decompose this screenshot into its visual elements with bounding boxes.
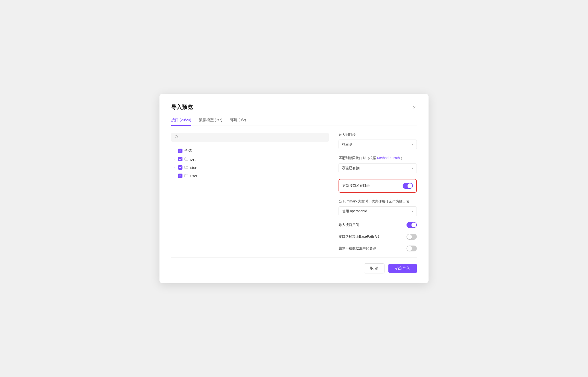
- label-store: store: [190, 165, 198, 170]
- tree-row-store: › store: [171, 164, 329, 171]
- cancel-button[interactable]: 取 消: [364, 263, 384, 273]
- update-dir-row: 更新接口所在目录: [339, 179, 417, 193]
- summary-chevron-icon: ▾: [412, 210, 413, 213]
- chevron-down-icon: ▾: [412, 143, 413, 146]
- summary-desc: 当 summary 为空时，优先使用什么作为接口名: [339, 199, 417, 204]
- tree-item-store: › store: [171, 164, 329, 171]
- confirm-button[interactable]: 确定导入: [388, 264, 417, 273]
- summary-select[interactable]: 使用 operationId ▾: [339, 206, 417, 216]
- checkbox-user[interactable]: [178, 174, 182, 178]
- dialog-title: 导入预览: [171, 104, 193, 111]
- svg-line-1: [177, 138, 178, 139]
- import-example-toggle[interactable]: [407, 222, 417, 228]
- import-dir-select[interactable]: 根目录 ▾: [339, 140, 417, 149]
- select-all-row: 全选: [171, 147, 329, 154]
- match-highlight: Method & Path: [377, 156, 400, 160]
- dialog-header: 导入预览 ×: [171, 104, 417, 111]
- expand-icon-store[interactable]: ›: [172, 165, 176, 169]
- expand-icon-user[interactable]: ›: [172, 174, 176, 178]
- dialog-footer: 取 消 确定导入: [171, 257, 417, 273]
- delete-label: 删除不在数据源中的资源: [339, 246, 376, 251]
- import-preview-dialog: 导入预览 × 接口 (20/20) 数据模型 (7/7) 环境 (0/2): [159, 94, 429, 283]
- label-user: user: [190, 174, 197, 178]
- basepath-row: 接口路径加上BasePath /v2: [339, 234, 417, 240]
- folder-icon-pet: [184, 157, 188, 161]
- match-chevron-icon: ▾: [412, 166, 413, 170]
- tab-bar: 接口 (20/20) 数据模型 (7/7) 环境 (0/2): [171, 118, 417, 126]
- match-action-select[interactable]: 覆盖已有接口 ▾: [339, 163, 417, 173]
- folder-icon-store: [184, 165, 188, 170]
- search-icon: [175, 135, 178, 140]
- import-dir-label: 导入到目录: [339, 133, 417, 137]
- import-example-row: 导入接口用例: [339, 222, 417, 228]
- tree-row-pet: › pet: [171, 155, 329, 163]
- tree-row-user: › user: [171, 172, 329, 179]
- select-all-label: 全选: [184, 148, 192, 153]
- summary-value: 使用 operationId: [342, 209, 367, 213]
- match-action-value: 覆盖已有接口: [342, 166, 363, 170]
- search-input[interactable]: [181, 135, 325, 139]
- search-bar: [171, 133, 329, 142]
- close-button[interactable]: ×: [412, 104, 417, 111]
- right-panel: 导入到目录 根目录 ▾ 匹配到相同接口时（根据 Method & Path ） …: [339, 133, 417, 257]
- main-content: 全选 › pet: [171, 133, 417, 257]
- import-dir-value: 根目录: [342, 142, 352, 147]
- tab-data-models[interactable]: 数据模型 (7/7): [199, 118, 222, 126]
- delete-row: 删除不在数据源中的资源: [339, 246, 417, 251]
- delete-toggle[interactable]: [407, 246, 417, 251]
- left-panel: 全选 › pet: [171, 133, 329, 257]
- match-desc: 匹配到相同接口时（根据 Method & Path ）: [339, 155, 417, 161]
- label-pet: pet: [190, 157, 195, 161]
- checkbox-store[interactable]: [178, 165, 182, 170]
- basepath-toggle[interactable]: [407, 234, 417, 240]
- tree-list: 全选 › pet: [171, 147, 329, 179]
- import-example-label: 导入接口用例: [339, 223, 359, 227]
- expand-icon-pet[interactable]: ›: [172, 157, 176, 161]
- tree-item-pet: › pet: [171, 155, 329, 163]
- checkbox-pet[interactable]: [178, 157, 182, 161]
- select-all-item: 全选: [171, 147, 329, 154]
- expand-icon-all: [172, 149, 176, 153]
- tab-interfaces[interactable]: 接口 (20/20): [171, 118, 191, 126]
- update-dir-label: 更新接口所在目录: [342, 184, 370, 188]
- folder-icon-user: [184, 174, 188, 178]
- checkbox-select-all[interactable]: [178, 149, 182, 153]
- basepath-label: 接口路径加上BasePath /v2: [339, 235, 379, 239]
- update-dir-toggle[interactable]: [403, 183, 413, 189]
- tab-environments[interactable]: 环境 (0/2): [230, 118, 246, 126]
- summary-section: 当 summary 为空时，优先使用什么作为接口名 使用 operationId…: [339, 199, 417, 216]
- tree-item-user: › user: [171, 172, 329, 179]
